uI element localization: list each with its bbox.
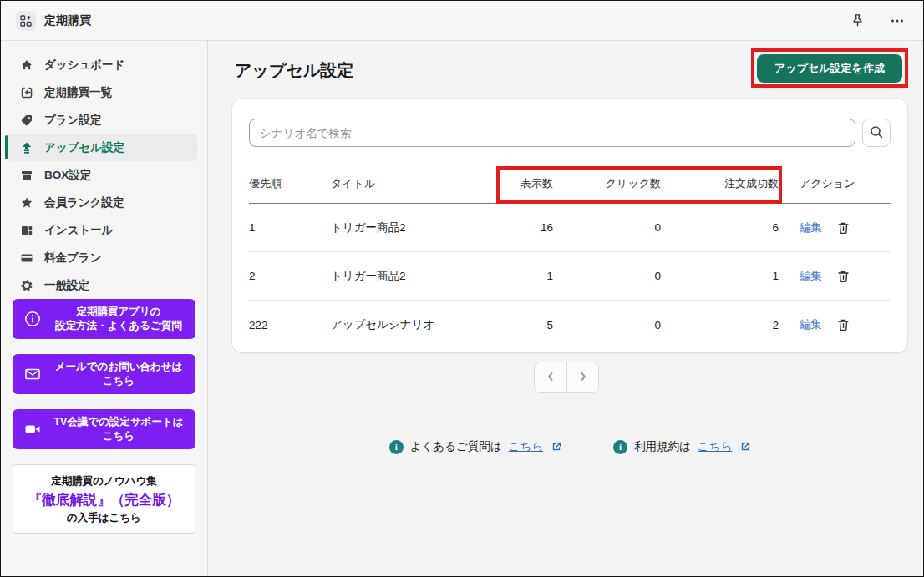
- cell-priority: 2: [249, 270, 331, 282]
- sidebar-item-label: 定期購買一覧: [44, 85, 112, 100]
- promo-label: メールでのお問い合わせは こちら: [50, 360, 187, 388]
- install-icon: [19, 223, 33, 237]
- knowhow-line2: 『徹底解説』（完全版）: [17, 489, 191, 510]
- promo-label: TV会議での設定サポートは こちら: [50, 415, 187, 443]
- sidebar-nav: ダッシュボード 定期購買一覧 プラン設定 アップセル: [1, 41, 207, 299]
- sidebar-item-upsell-settings[interactable]: アップセル設定: [1, 134, 207, 161]
- cell-orders: 2: [661, 319, 779, 332]
- cell-clicks: 0: [553, 270, 661, 282]
- trash-icon[interactable]: [836, 220, 850, 235]
- video-icon: [23, 419, 43, 439]
- subscription-list-icon: [19, 85, 33, 99]
- app-window: 定期購買 ダッシュボード 定期購買一覧: [0, 0, 924, 577]
- credit-card-icon: [19, 251, 33, 265]
- help-faq-button[interactable]: 定期購買アプリの 設定方法・よくあるご質問: [13, 299, 195, 339]
- knowhow-line1: 定期購買のノウハウ集: [17, 473, 191, 489]
- col-header-action: アクション: [779, 176, 891, 191]
- create-upsell-button[interactable]: アップセル設定を作成: [757, 54, 902, 83]
- col-header-title: タイトル: [331, 176, 473, 191]
- sidebar-item-label: アップセル設定: [44, 140, 124, 155]
- search-row: [249, 119, 891, 147]
- cell-priority: 222: [249, 319, 331, 332]
- faq-footer-item: i よくあるご質問は こちら: [389, 439, 561, 454]
- sidebar-item-box-settings[interactable]: BOX設定: [1, 161, 207, 189]
- sidebar: ダッシュボード 定期購買一覧 プラン設定 アップセル: [1, 41, 208, 576]
- col-header-views: 表示数: [473, 176, 553, 191]
- table-header-row: 優先順 タイトル 表示数 クリック数 注文成功数 アクション: [249, 164, 891, 204]
- pagination: [534, 362, 599, 393]
- trash-icon[interactable]: [836, 318, 850, 332]
- sidebar-item-member-rank[interactable]: 会員ランク設定: [1, 189, 207, 216]
- cell-clicks: 0: [553, 221, 661, 234]
- faq-prefix-text: よくあるご質問は: [410, 439, 502, 454]
- cell-title: トリガー商品2: [331, 269, 473, 284]
- search-icon: [869, 124, 884, 142]
- faq-link[interactable]: こちら: [509, 439, 543, 454]
- trash-icon[interactable]: [836, 269, 850, 283]
- cell-views: 16: [473, 221, 553, 234]
- col-header-orders: 注文成功数: [661, 176, 779, 191]
- box-icon: [19, 168, 33, 182]
- footer-links: i よくあるご質問は こちら i 利用規約は こちら: [232, 439, 907, 454]
- sidebar-item-label: プラン設定: [44, 113, 101, 128]
- home-icon: [19, 58, 33, 72]
- promo-label: 定期購買アプリの 設定方法・よくあるご質問: [50, 305, 187, 333]
- next-page-button[interactable]: [566, 362, 598, 392]
- sidebar-item-subscription-list[interactable]: 定期購買一覧: [1, 78, 207, 106]
- edit-link[interactable]: 編集: [800, 269, 822, 284]
- cell-priority: 1: [249, 221, 331, 234]
- sidebar-item-label: BOX設定: [44, 168, 91, 183]
- search-button[interactable]: [862, 119, 891, 147]
- cell-views: 1: [473, 270, 553, 282]
- external-link-icon: [551, 442, 561, 452]
- table-row: 222 アップセルシナリオ 5 0 2 編集: [249, 301, 891, 349]
- video-support-button[interactable]: TV会議での設定サポートは こちら: [13, 409, 195, 449]
- pin-icon[interactable]: [846, 10, 868, 32]
- active-indicator-bar: [5, 135, 8, 159]
- search-input[interactable]: [249, 119, 855, 147]
- edit-link[interactable]: 編集: [800, 317, 822, 332]
- sidebar-item-label: 一般設定: [44, 278, 89, 293]
- table-row: 2 トリガー商品2 1 0 1 編集: [249, 252, 891, 301]
- info-circle-icon: [23, 309, 43, 329]
- sidebar-item-label: インストール: [44, 223, 114, 238]
- cell-orders: 1: [661, 270, 779, 282]
- knowhow-banner[interactable]: 定期購買のノウハウ集 『徹底解説』（完全版） の入手はこちら: [13, 464, 195, 534]
- upsell-arrow-icon: [19, 140, 33, 154]
- mail-icon: [23, 364, 43, 384]
- topbar: 定期購買: [1, 1, 923, 41]
- sidebar-item-label: 料金プラン: [44, 251, 101, 266]
- app-icon: [16, 11, 36, 31]
- cell-views: 5: [473, 319, 553, 332]
- more-icon[interactable]: [886, 10, 908, 32]
- sidebar-item-label: ダッシュボード: [44, 58, 124, 73]
- terms-link[interactable]: こちら: [698, 439, 732, 454]
- knowhow-line3: の入手はこちら: [17, 510, 191, 526]
- upsell-table-card: 優先順 タイトル 表示数 クリック数 注文成功数 アクション 1 トリガー商品2…: [232, 99, 907, 352]
- mail-contact-button[interactable]: メールでのお問い合わせは こちら: [13, 354, 195, 394]
- sidebar-item-install[interactable]: インストール: [1, 216, 207, 244]
- app-title: 定期購買: [44, 13, 91, 28]
- col-header-clicks: クリック数: [553, 176, 661, 191]
- sidebar-item-dashboard[interactable]: ダッシュボード: [1, 51, 207, 78]
- tag-icon: [19, 113, 33, 127]
- terms-prefix-text: 利用規約は: [634, 439, 691, 454]
- sidebar-item-general-settings[interactable]: 一般設定: [1, 271, 207, 299]
- cell-clicks: 0: [553, 319, 661, 332]
- external-link-icon: [740, 442, 750, 452]
- sidebar-item-label: 会員ランク設定: [44, 195, 124, 210]
- cell-title: アップセルシナリオ: [331, 317, 473, 332]
- terms-footer-item: i 利用規約は こちら: [613, 439, 750, 454]
- chevron-left-icon: [545, 371, 556, 385]
- table-row: 1 トリガー商品2 16 0 6 編集: [249, 204, 891, 252]
- info-filled-icon: i: [613, 440, 627, 454]
- sidebar-item-plan-settings[interactable]: プラン設定: [1, 106, 207, 134]
- edit-link[interactable]: 編集: [800, 220, 822, 235]
- cell-orders: 6: [661, 221, 779, 234]
- star-icon: [19, 195, 33, 210]
- info-filled-icon: i: [389, 440, 404, 454]
- page-title: アップセル設定: [235, 59, 353, 82]
- prev-page-button[interactable]: [535, 362, 566, 392]
- sidebar-item-pricing-plan[interactable]: 料金プラン: [1, 244, 207, 271]
- chevron-right-icon: [577, 371, 589, 385]
